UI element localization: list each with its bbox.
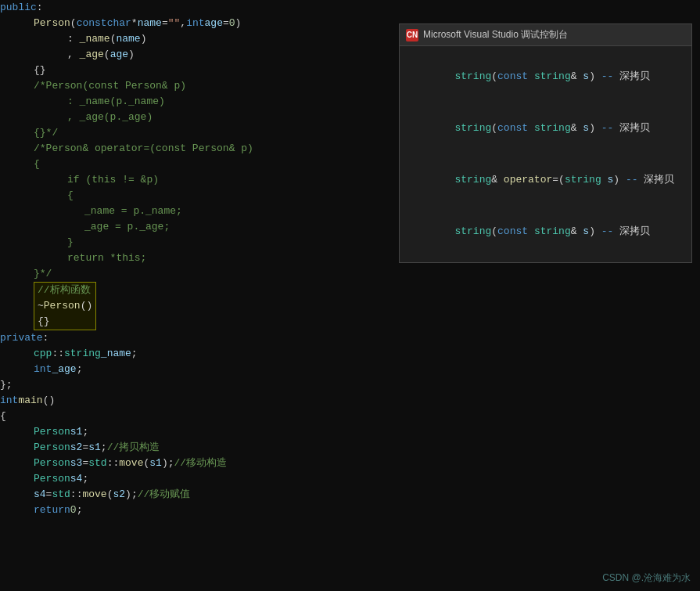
code-line-15: _age = p._age; <box>0 219 387 235</box>
code-line-18: }*/ <box>0 266 387 282</box>
code-line-17: return *this; <box>0 250 387 266</box>
code-line-9: {}*/ <box>0 125 387 141</box>
code-line-5: {} <box>0 63 387 78</box>
popup-line-4: string(const string& s) -- 深拷贝 <box>406 206 685 258</box>
code-line-22: private: <box>0 330 387 346</box>
highlight-block: //析构函数 ~Person() {} <box>34 282 96 330</box>
code-line-16: } <box>0 235 387 250</box>
code-line-1: public: <box>0 0 387 16</box>
code-line-32: s4 = std::move(s2);//移动赋值 <box>0 487 387 503</box>
popup-body: string(const string& s) -- 深拷贝 string(co… <box>400 46 691 262</box>
code-line-11: { <box>0 157 387 172</box>
code-line-26: int main() <box>0 393 387 409</box>
code-line-30: Person s3 = std::move(s1);//移动构造 <box>0 456 387 471</box>
code-line-7: : _name(p._name) <box>0 94 387 110</box>
code-line-12: if (this != &p) <box>0 172 387 188</box>
popup-titlebar: CN Microsoft Visual Studio 调试控制台 <box>400 24 691 46</box>
code-line-19: //析构函数 <box>38 283 92 298</box>
code-line-33: return 0; <box>0 503 387 518</box>
code-line-20: ~Person() <box>38 298 92 314</box>
code-line-14: _name = p._name; <box>0 204 387 219</box>
popup-line-3: string& operator=(string s) -- 深拷贝 <box>406 154 685 206</box>
code-line-4: , _age(age) <box>0 47 387 63</box>
code-line-25: }; <box>0 377 387 393</box>
code-line-21: {} <box>38 314 92 330</box>
code-line-6: /*Person(const Person& p) <box>0 78 387 94</box>
code-line-3: : _name(name) <box>0 31 387 47</box>
keyword: public <box>0 0 37 16</box>
debug-popup: CN Microsoft Visual Studio 调试控制台 string(… <box>399 23 692 263</box>
code-line-10: /*Person& operator=(const Person& p) <box>0 141 387 157</box>
code-line-29: Person s2 = s1;//拷贝构造 <box>0 440 387 456</box>
code-line-8: , _age(p._age) <box>0 110 387 125</box>
popup-title: Microsoft Visual Studio 调试控制台 <box>423 28 568 41</box>
code-line-13: { <box>0 188 387 204</box>
code-line-23: cpp::string _name; <box>0 346 387 362</box>
popup-line-2: string(const string& s) -- 深拷贝 <box>406 103 685 154</box>
code-editor: public: Person(const char* name = "", in… <box>0 0 700 591</box>
code-area: public: Person(const char* name = "", in… <box>0 0 387 591</box>
watermark: CSDN @.沧海难为水 <box>602 571 691 585</box>
code-line-2: Person(const char* name = "", int age = … <box>0 16 387 31</box>
popup-icon: CN <box>406 29 418 41</box>
code-line-28: Person s1; <box>0 424 387 440</box>
code-line-31: Person s4; <box>0 471 387 487</box>
code-line-27: { <box>0 409 387 424</box>
popup-line-1: string(const string& s) -- 深拷贝 <box>406 51 685 103</box>
code-line-24: int _age; <box>0 362 387 377</box>
